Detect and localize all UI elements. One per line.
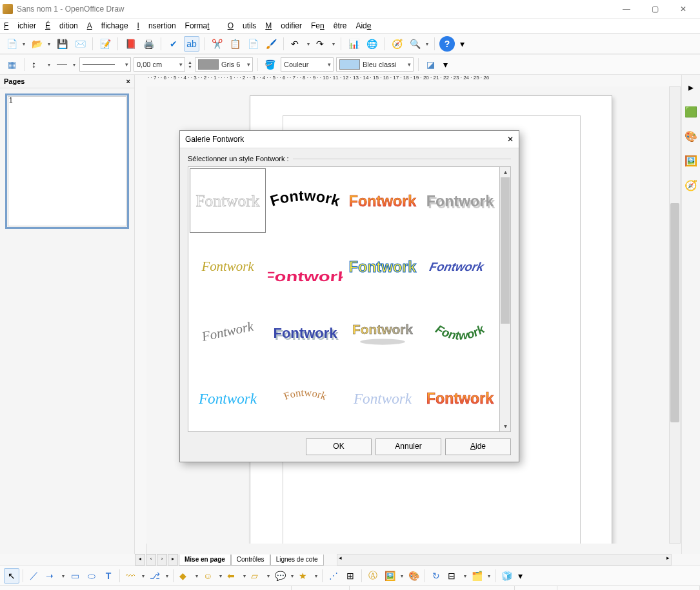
format-paintbrush-button[interactable]: 🖌️ (263, 36, 279, 52)
connector-tool[interactable]: ⎇ (147, 568, 170, 584)
fontwork-style-8[interactable]: Fontwork (422, 234, 498, 299)
fontwork-style-12[interactable]: Fontwork (422, 300, 498, 364)
fontwork-gallery-button[interactable]: Ⓐ (365, 568, 381, 584)
extrusion-toggle[interactable]: 🧊 (499, 568, 514, 584)
arrange-tool[interactable]: 🗂️ (469, 568, 492, 584)
area-fill-button[interactable]: 🪣 (263, 57, 278, 72)
display-grid-button[interactable]: ▦ (4, 57, 19, 72)
dialog-title-bar[interactable]: Galerie Fontwork ✕ (180, 131, 519, 148)
tab-last[interactable]: ▸ (168, 554, 178, 565)
rotate-tool[interactable]: ↻ (428, 568, 444, 584)
copy-button[interactable]: 📋 (227, 36, 243, 52)
text-tool[interactable]: T (101, 568, 116, 584)
arrow-line-tool[interactable]: ➝ (43, 568, 66, 584)
toolbar-overflow[interactable]: ▾ (457, 36, 466, 52)
menu-window[interactable]: Fenêtre (311, 21, 346, 30)
tab-next[interactable]: › (157, 554, 167, 565)
navigator-icon[interactable]: 🧭 (683, 178, 699, 193)
fontwork-style-13[interactable]: Fontwork (190, 366, 266, 430)
tab-first[interactable]: ◂ (135, 554, 145, 565)
fontwork-style-14[interactable]: Fontwork (267, 366, 343, 430)
redo-button[interactable]: ↷ (314, 36, 336, 52)
fontwork-style-3[interactable]: Fontwork (345, 168, 421, 233)
fontwork-style-10[interactable]: FontworkFontwork (267, 300, 343, 364)
gallery-button[interactable]: 🎨 (406, 568, 421, 584)
vertical-scrollbar[interactable] (669, 86, 681, 544)
line-width-input[interactable]: 0,00 cm (134, 57, 185, 72)
menu-insert[interactable]: Insertion (137, 21, 176, 30)
maximize-button[interactable]: ▢ (641, 0, 669, 18)
insert-image-button[interactable]: 🖼️ (382, 568, 405, 584)
arrow-style-button[interactable]: ↕ (29, 57, 52, 72)
dialog-close-icon[interactable]: ✕ (507, 135, 514, 144)
callout-tool[interactable]: 💬 (272, 568, 295, 584)
drawing-toolbar-overflow[interactable]: ▾ (515, 568, 525, 584)
gallery-icon[interactable]: 🎨 (683, 129, 699, 144)
properties-icon[interactable]: 🟩 (683, 104, 699, 120)
menu-tools[interactable]: Outils (228, 21, 257, 30)
gallery-scrollbar[interactable]: ▴ ▾ (500, 166, 511, 432)
fontwork-style-15[interactable]: Fontwork (345, 366, 421, 430)
glue-points-tool[interactable]: ⊞ (343, 568, 358, 584)
menu-modify[interactable]: Modifier (265, 21, 302, 30)
print-button[interactable]: 🖨️ (141, 36, 156, 52)
minimize-button[interactable]: — (612, 0, 641, 18)
menu-file[interactable]: Fichier (4, 21, 36, 30)
undo-button[interactable]: ↶ (288, 36, 311, 52)
horizontal-scrollbar[interactable]: ◂ ▸ (337, 554, 672, 565)
page-thumbnail[interactable]: 1 (5, 93, 129, 229)
menu-view[interactable]: Affichage (87, 21, 128, 30)
help-button[interactable]: Aide (445, 438, 511, 455)
curve-tool[interactable]: 〰 (123, 568, 146, 584)
close-button[interactable]: ✕ (669, 0, 697, 18)
templates-icon[interactable]: 🖼️ (683, 153, 699, 169)
spellcheck-button[interactable]: ✔ (166, 36, 181, 52)
navigator-button[interactable]: 🧭 (389, 36, 405, 52)
pages-panel-close[interactable]: × (126, 77, 130, 85)
save-button[interactable]: 💾 (54, 36, 70, 52)
ellipse-tool[interactable]: ⬭ (84, 568, 99, 584)
menu-help[interactable]: Aide (355, 21, 380, 30)
paste-button[interactable]: 📄 (245, 36, 261, 52)
export-pdf-button[interactable]: 📕 (123, 36, 138, 52)
flowchart-tool[interactable]: ▱ (248, 568, 271, 584)
tab-prev[interactable]: ‹ (146, 554, 156, 565)
layer-tab-layout[interactable]: Mise en page (179, 555, 231, 565)
line-tool[interactable]: ／ (26, 568, 42, 584)
fontwork-style-1[interactable]: Fontwork (190, 168, 266, 233)
select-tool[interactable]: ↖ (4, 568, 19, 584)
fontwork-style-5[interactable]: Fontwork (190, 234, 266, 299)
block-arrows-tool[interactable]: ⬅ (225, 568, 247, 584)
fontwork-style-11[interactable]: Fontwork (345, 300, 421, 364)
fontwork-style-6[interactable]: Fontwork (267, 234, 343, 299)
edit-file-button[interactable]: 📝 (97, 36, 113, 52)
layer-tab-dimlines[interactable]: Lignes de cote (270, 555, 324, 565)
ok-button[interactable]: OK (306, 438, 372, 455)
toolbar2-overflow[interactable]: ▾ (441, 57, 450, 72)
email-button[interactable]: ✉️ (72, 36, 88, 52)
line-color-select[interactable]: Gris 6 (195, 57, 253, 72)
fontwork-style-16[interactable]: Fontwork (422, 366, 498, 430)
shadow-button[interactable]: ◪ (423, 57, 439, 72)
hyperlink-button[interactable]: 🌐 (364, 36, 379, 52)
line-style-button[interactable] (54, 57, 77, 72)
open-button[interactable]: 📂 (29, 36, 52, 52)
rectangle-tool[interactable]: ▭ (67, 568, 83, 584)
fontwork-style-2[interactable]: Fontwork (267, 168, 343, 233)
help-button[interactable]: ? (439, 36, 455, 52)
area-fill-color[interactable]: Bleu classi (336, 57, 414, 72)
fontwork-style-7[interactable]: Fontwork (345, 234, 421, 299)
star-tool[interactable]: ★ (296, 568, 319, 584)
fontwork-style-4[interactable]: FontworkFontwork (422, 168, 498, 233)
fontwork-style-9[interactable]: Fontwork (190, 300, 266, 364)
sidebar-toggle[interactable]: ▸ (683, 80, 699, 95)
menu-edit[interactable]: Édition (45, 21, 78, 30)
align-tool[interactable]: ⊟ (445, 568, 468, 584)
area-fill-type[interactable]: Couleur (281, 57, 334, 72)
auto-spellcheck-button[interactable]: ab (184, 36, 199, 52)
cancel-button[interactable]: Annuler (375, 438, 441, 455)
edit-points-tool[interactable]: ⋰ (326, 568, 341, 584)
cut-button[interactable]: ✂️ (209, 36, 225, 52)
symbol-shapes-tool[interactable]: ☺ (201, 568, 223, 584)
basic-shapes-tool[interactable]: ◆ (177, 568, 199, 584)
